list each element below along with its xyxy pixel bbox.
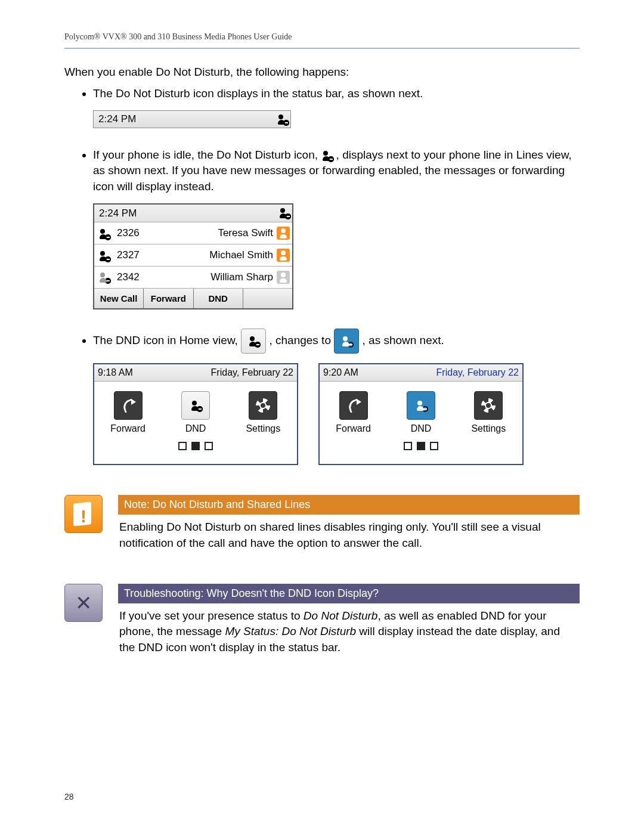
home-item-forward[interactable]: Forward (327, 391, 380, 435)
softkey-forward[interactable]: Forward (144, 289, 193, 308)
home-view-after: 9:20 AM Friday, February 22 Forward DND (318, 363, 524, 465)
contact-icon (277, 227, 290, 240)
troubleshooting-callout: Troubleshooting: Why Doesn't the DND Ico… (64, 584, 580, 656)
dnd-icon-tile-active (407, 391, 435, 420)
settings-icon (249, 391, 277, 420)
home-status-time: 9:20 AM (323, 366, 358, 379)
softkey-new-call[interactable]: New Call (94, 289, 144, 308)
line-row: 2326 Teresa Swift (94, 222, 292, 244)
home-item-label: Forward (110, 423, 145, 433)
status-bar-figure: 2:24 PM (93, 110, 291, 128)
bullet-2-pre: If your phone is idle, the Do Not Distur… (93, 148, 321, 161)
note-title: Note: Do Not Disturb and Shared Lines (118, 495, 580, 515)
text: If you've set your presence status to (119, 609, 304, 622)
dnd-home-icon-inactive (241, 329, 266, 354)
note-icon (64, 495, 103, 533)
dnd-icon-disabled (98, 271, 110, 283)
line-row: 2342 William Sharp (94, 267, 292, 289)
line-ext: 2326 (117, 226, 157, 240)
home-status-row: 9:18 AM Friday, February 22 (94, 364, 297, 382)
softkey-dnd[interactable]: DND (194, 289, 243, 308)
home-item-label: Settings (246, 423, 280, 433)
home-item-label: Forward (336, 423, 371, 433)
line-row: 2327 Michael Smith (94, 244, 292, 267)
dnd-icon (278, 207, 290, 219)
emphasis: Do Not Disturb (304, 609, 378, 622)
status-bar-time: 2:24 PM (98, 112, 136, 126)
bullet-1: The Do Not Disturb icon displays in the … (93, 86, 580, 128)
bullet-3-mid: , changes to (269, 334, 334, 346)
lines-view-figure: 2:24 PM 2326 Teresa Swift 2327 Michael S… (93, 203, 293, 309)
home-view-before: 9:18 AM Friday, February 22 Forward DND (93, 363, 298, 465)
line-name: Michael Smith (157, 248, 277, 262)
header-rule (64, 48, 580, 49)
bullet-3-post: , as shown next. (363, 334, 444, 346)
settings-icon (474, 391, 503, 420)
intro-paragraph: When you enable Do Not Disturb, the foll… (64, 64, 580, 80)
home-item-settings[interactable]: Settings (236, 391, 290, 435)
line-name: Teresa Swift (157, 226, 277, 240)
contact-icon (277, 271, 290, 284)
bullet-list: The Do Not Disturb icon displays in the … (64, 86, 580, 465)
home-item-settings[interactable]: Settings (462, 391, 515, 435)
home-item-forward[interactable]: Forward (101, 391, 155, 435)
dnd-icon (98, 250, 110, 262)
emphasis: My Status: Do Not Disturb (225, 625, 356, 637)
line-name: William Sharp (157, 270, 277, 284)
home-status-time: 9:18 AM (98, 366, 133, 379)
home-item-label: DND (185, 423, 206, 433)
softkey-empty (243, 289, 292, 308)
home-item-label: Settings (471, 423, 506, 433)
note-body: Enabling Do Not Disturb on shared lines … (118, 515, 580, 551)
home-item-dnd[interactable]: DND (169, 391, 222, 435)
lines-status-time: 2:24 PM (99, 206, 137, 221)
troubleshooting-icon (64, 584, 103, 622)
home-item-label: DND (411, 423, 432, 433)
home-status-date: Friday, February 22 (211, 366, 293, 379)
forward-icon (114, 391, 143, 420)
home-status-date: Friday, February 22 (436, 366, 519, 379)
bullet-1-text: The Do Not Disturb icon displays in the … (93, 87, 423, 100)
home-item-dnd[interactable]: DND (394, 391, 448, 435)
page-indicator (320, 436, 522, 459)
dnd-home-icon-active (334, 329, 359, 354)
line-ext: 2342 (117, 270, 157, 284)
home-status-row: 9:20 AM Friday, February 22 (320, 364, 522, 382)
dnd-icon (276, 113, 288, 125)
softkey-row: New Call Forward DND (94, 289, 292, 308)
contact-icon (277, 249, 290, 262)
lines-status-row: 2:24 PM (94, 205, 292, 223)
bullet-2: If your phone is idle, the Do Not Distur… (93, 147, 580, 309)
dnd-icon-tile (181, 391, 210, 420)
line-ext: 2327 (117, 248, 157, 262)
note-callout: Note: Do Not Disturb and Shared Lines En… (64, 495, 580, 551)
dnd-icon-inline (321, 150, 333, 162)
dnd-icon (98, 228, 110, 240)
page-number: 28 (64, 791, 74, 803)
bullet-3-pre: The DND icon in Home view, (93, 334, 241, 346)
page-indicator (94, 436, 297, 459)
home-view-figures: 9:18 AM Friday, February 22 Forward DND (93, 363, 580, 465)
bullet-3: The DND icon in Home view, , changes to … (93, 329, 580, 465)
forward-icon (339, 391, 368, 420)
running-header: Polycom® VVX® 300 and 310 Business Media… (64, 31, 580, 43)
troubleshooting-body: If you've set your presence status to Do… (118, 603, 580, 656)
troubleshooting-title: Troubleshooting: Why Doesn't the DND Ico… (118, 584, 580, 603)
